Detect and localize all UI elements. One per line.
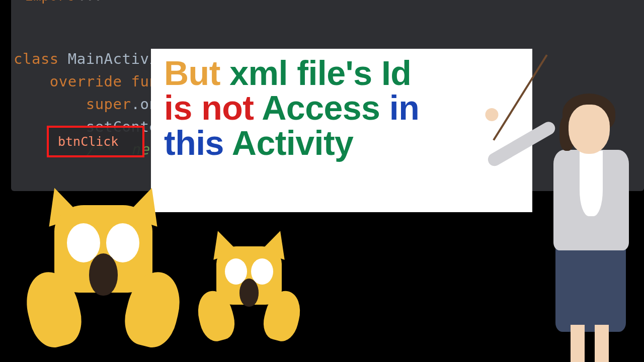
caption-card: But xml file's Id is not Access in this … xyxy=(151,49,532,212)
weary-cat-emoji-small xyxy=(199,240,299,341)
highlighted-id-text: btnClick xyxy=(58,134,118,149)
caption-line-1: But xml file's Id xyxy=(164,56,519,90)
teacher-illustration xyxy=(538,80,644,362)
weary-cat-emoji-large xyxy=(28,196,179,347)
caption-line-3: this Activity xyxy=(164,126,519,160)
thumbnail-stage: import ... class MainActivity : AppCompa… xyxy=(0,0,644,362)
import-line: import ... xyxy=(25,0,639,6)
error-id-highlight: btnClick xyxy=(47,126,144,157)
caption-line-2: is not Access in xyxy=(164,90,519,125)
